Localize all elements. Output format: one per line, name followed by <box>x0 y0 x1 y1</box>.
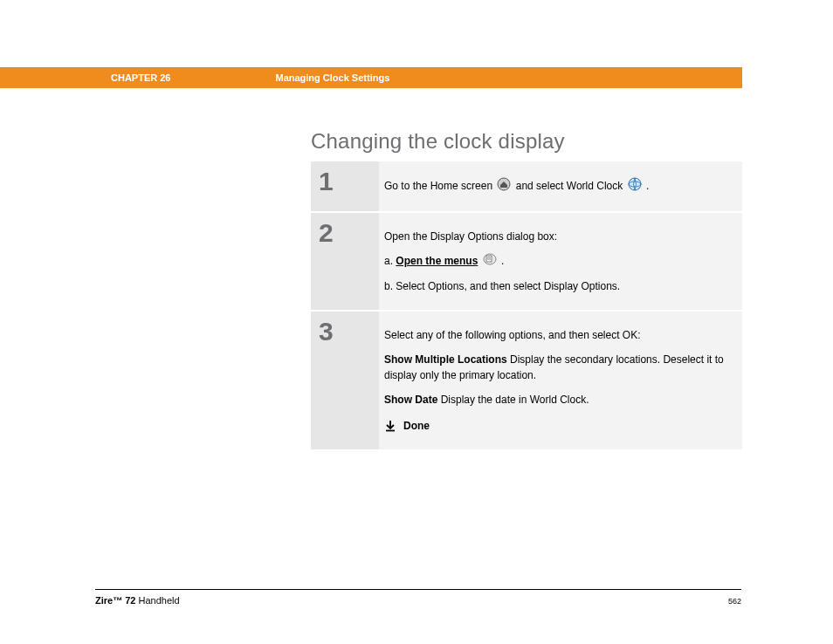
footer-product: Zire™ 72 Handheld <box>95 595 180 606</box>
step-number: 2 <box>311 212 379 311</box>
step-intro: Select any of the following options, and… <box>384 327 728 343</box>
footer-product-text: Handheld <box>135 595 179 606</box>
option-label: Show Multiple Locations <box>384 353 507 366</box>
step-row: 3 Select any of the following options, a… <box>311 311 742 449</box>
substep-after: . <box>499 255 505 267</box>
home-icon <box>497 177 511 195</box>
menus-icon <box>483 253 497 270</box>
option-text: Display the date in World Clock. <box>437 394 589 406</box>
page-title: Changing the clock display <box>311 129 565 154</box>
chapter-title: Managing Clock Settings <box>275 72 389 83</box>
step-text: Go to the Home screen <box>384 180 495 192</box>
step-text: and select World Clock <box>516 180 626 192</box>
chapter-label: CHAPTER 26 <box>111 72 170 83</box>
done-icon <box>384 420 396 432</box>
svg-rect-4 <box>486 256 492 262</box>
svg-point-1 <box>629 178 641 190</box>
chapter-header: CHAPTER 26 Managing Clock Settings <box>0 67 742 88</box>
open-menus-link[interactable]: Open the menus <box>396 255 478 267</box>
done-label: Done <box>403 418 430 434</box>
world-clock-icon <box>628 177 642 195</box>
substep-prefix: a. <box>384 255 396 267</box>
step-content: Go to the Home screen and select World C… <box>379 161 742 212</box>
step-row: 1 Go to the Home screen and select World… <box>311 161 742 212</box>
steps-table: 1 Go to the Home screen and select World… <box>311 160 742 449</box>
step-content: Select any of the following options, and… <box>379 311 742 449</box>
step-number: 1 <box>311 161 379 212</box>
substep-b: b. Select Options, and then select Displ… <box>384 278 728 294</box>
footer-divider <box>95 589 741 590</box>
option-label: Show Date <box>384 394 437 406</box>
page-number: 562 <box>728 597 741 606</box>
footer-brand: Zire™ 72 <box>95 595 135 606</box>
step-number: 3 <box>311 311 379 449</box>
step-content: Open the Display Options dialog box: a. … <box>379 212 742 311</box>
step-text: . <box>646 180 649 192</box>
step-intro: Open the Display Options dialog box: <box>384 229 728 244</box>
done-indicator: Done <box>384 418 728 434</box>
step-row: 2 Open the Display Options dialog box: a… <box>311 212 742 311</box>
